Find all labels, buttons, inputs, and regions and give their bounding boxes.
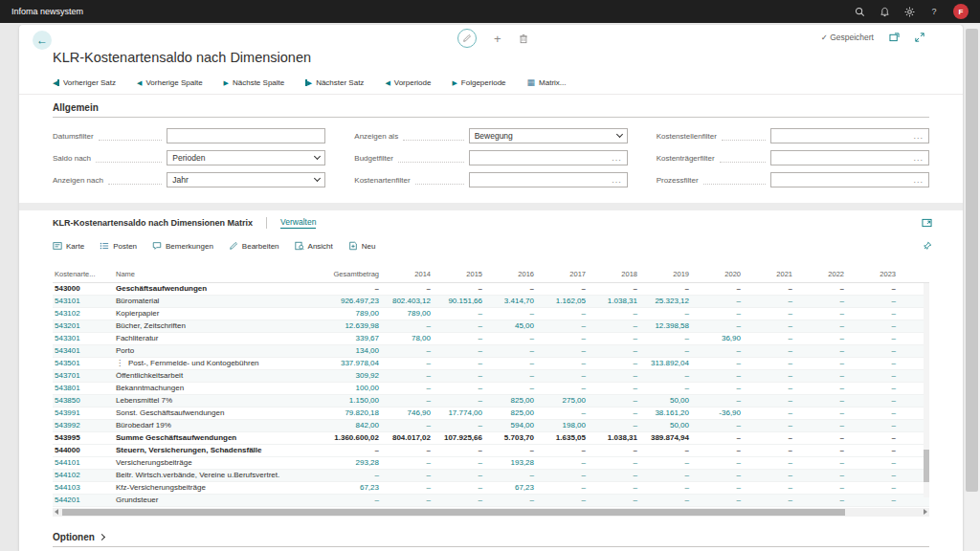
cell-amount[interactable]: – [697,444,748,456]
cell-amount[interactable]: – [542,494,593,506]
cell-amount[interactable]: – [800,307,852,320]
cell-amount[interactable]: – [748,456,800,469]
cell-amount[interactable]: – [593,332,645,344]
table-row[interactable]: 544102Beitr. Wirtsch.verbände, Vereine u… [53,469,929,481]
table-row[interactable]: 543992Bürobedarf 19%842,00––594,00198,00… [53,419,929,431]
cell-amount[interactable]: – [852,344,903,357]
delete-button[interactable] [519,33,528,44]
column-header-2016[interactable]: 2016 [490,268,542,282]
column-header-2022[interactable]: 2022 [800,268,852,282]
cell-amount[interactable]: 1.162,05 [542,295,593,307]
column-header-2017[interactable]: 2017 [542,268,593,282]
cell-amount[interactable]: – [748,357,800,369]
cell-amount[interactable]: – [438,307,490,320]
cell-amount[interactable]: – [438,382,490,394]
cell-amount[interactable]: 313.892,04 [645,357,697,369]
assist-edit-icon[interactable]: ... [913,131,924,141]
pin-icon[interactable] [923,241,932,251]
cell-kostenart-id[interactable]: 543701 [53,369,114,382]
cell-amount[interactable]: – [748,307,800,320]
assist-edit-icon[interactable]: ... [913,175,924,185]
cell-amount[interactable]: – [593,307,645,320]
cell-amount[interactable]: – [438,456,490,469]
cell-kostenart-id[interactable]: 544102 [53,469,114,481]
action-next-column[interactable]: ▶Nächste Spalte [224,78,285,87]
table-row[interactable]: 543801Bekanntmachungen100,00–––––––––– [53,382,929,394]
tab-verwalten[interactable]: Verwalten [280,217,316,229]
cell-amount[interactable]: – [852,394,903,407]
cell-amount[interactable]: – [542,344,593,357]
cell-amount[interactable]: – [438,332,490,344]
table-row[interactable]: 543850Lebensmittel 7%1.150,00––825,00275… [53,394,929,407]
cell-amount[interactable]: – [748,431,800,444]
cell-amount[interactable]: 5.703,70 [490,431,542,444]
cell-amount[interactable]: – [542,332,593,344]
cell-amount[interactable]: – [490,382,542,394]
command-ansicht[interactable]: Ansicht [295,241,333,251]
cell-amount[interactable]: 337.978,04 [305,357,387,369]
cell-amount[interactable]: – [800,469,852,481]
table-row[interactable]: 544101Versicherungsbeiträge293,28––193,2… [53,456,929,469]
cell-amount[interactable]: – [800,332,852,344]
cell-amount[interactable]: – [800,394,852,407]
table-row[interactable]: 544000Steuern, Versicherungen, Schadensf… [53,444,929,456]
cell-amount[interactable]: – [438,320,490,332]
cell-amount[interactable]: – [387,357,438,369]
column-header-gesamtbetrag[interactable]: Gesamtbetrag [305,268,387,282]
cell-amount[interactable]: – [387,456,438,469]
cell-amount[interactable]: 36,90 [697,332,748,344]
command-bearbeiten[interactable]: Bearbeiten [229,241,279,251]
cell-amount[interactable]: – [800,444,852,456]
cell-amount[interactable]: – [748,444,800,456]
cell-amount[interactable]: – [748,295,800,307]
notifications-icon[interactable] [879,6,890,17]
cell-kostenart-id[interactable]: 543850 [53,394,114,407]
cell-amount[interactable]: 926.497,23 [305,295,387,307]
cell-amount[interactable]: – [645,332,697,344]
cell-amount[interactable]: – [593,282,645,295]
cell-kostenart-id[interactable]: 543995 [53,431,114,444]
column-header-2020[interactable]: 2020 [697,268,748,282]
cell-amount[interactable]: – [852,494,903,506]
cell-amount[interactable]: – [542,307,593,320]
cell-amount[interactable]: 67,23 [305,481,387,494]
cell-amount[interactable]: – [645,444,697,456]
table-row[interactable]: 543301Fachliteratur339,6778,00–––––36,90… [53,332,929,344]
command-karte[interactable]: Karte [53,241,84,251]
cell-amount[interactable]: – [852,481,903,494]
column-header-2018[interactable]: 2018 [593,268,645,282]
cell-amount[interactable]: – [748,344,800,357]
cell-amount[interactable]: – [593,344,645,357]
cell-amount[interactable]: 825,00 [490,394,542,407]
cell-amount[interactable]: – [542,382,593,394]
cell-kostenart-id[interactable]: 543991 [53,407,114,419]
cell-amount[interactable]: – [490,282,542,295]
column-header-kostenarte[interactable]: Kostenarte... [53,268,114,282]
cell-amount[interactable]: 804.017,02 [387,431,438,444]
cell-amount[interactable]: – [305,494,387,506]
cell-amount[interactable]: 79.820,18 [305,407,387,419]
table-row[interactable]: 543101Büromaterial926.497,23802.403,1290… [53,295,929,307]
cell-amount[interactable]: – [748,332,800,344]
cell-amount[interactable]: 339,67 [305,332,387,344]
cell-amount[interactable]: – [438,469,490,481]
edit-mode-button[interactable] [457,29,477,48]
cell-amount[interactable]: – [387,282,438,295]
cell-amount[interactable]: – [593,469,645,481]
cell-amount[interactable]: 1.038,31 [593,295,645,307]
help-icon[interactable]: ? [928,6,940,17]
cell-amount[interactable]: – [593,494,645,506]
cell-amount[interactable]: – [748,494,800,506]
cell-amount[interactable]: – [490,357,542,369]
cell-amount[interactable]: – [593,456,645,469]
cell-amount[interactable]: – [800,357,852,369]
cell-amount[interactable]: – [645,307,697,320]
field-select[interactable]: Perioden [167,150,325,165]
cell-amount[interactable]: – [305,444,387,456]
action-matrix-grid[interactable]: ▦Matrix... [527,78,567,87]
table-vscroll-thumb[interactable] [924,450,929,482]
settings-icon[interactable] [903,6,915,17]
cell-amount[interactable]: – [490,332,542,344]
assist-edit-icon[interactable]: ... [913,153,924,163]
cell-amount[interactable]: – [800,419,852,431]
